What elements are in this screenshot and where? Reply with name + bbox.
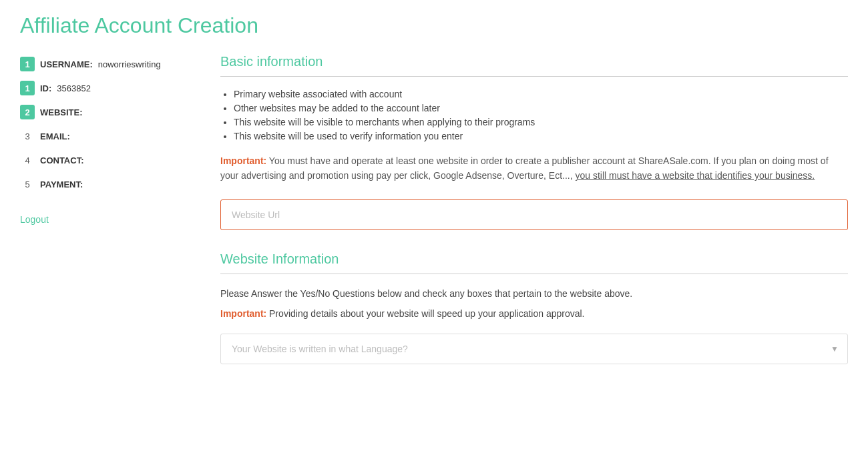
website-info-section: Website Information Please Answer the Ye… (220, 252, 848, 364)
basic-info-divider (220, 76, 848, 77)
info-text-plain: Please Answer the Yes/No Questions below… (220, 288, 632, 299)
sidebar-label-contact: CONTACT: (40, 155, 83, 165)
website-info-divider (220, 274, 848, 274)
sidebar-label-username: USERNAME: (40, 59, 93, 69)
sidebar-label-website: WEBSITE: (40, 107, 83, 117)
sidebar-item-contact: 4 CONTACT: (20, 153, 194, 167)
bullet-list: Primary website associated with account … (220, 89, 848, 141)
sidebar-value-username: noworrieswriting (98, 59, 161, 69)
language-select-wrapper: Your Website is written in what Language… (220, 334, 848, 364)
sidebar-label-payment: PAYMENT: (40, 179, 83, 189)
logout-link[interactable]: Logout (20, 214, 49, 225)
step-badge-2: 2 (20, 105, 35, 119)
bullet-item-3: This website will be used to verify info… (234, 131, 848, 141)
step-number-3: 3 (20, 129, 35, 143)
step-number-4: 4 (20, 153, 35, 167)
sidebar: 1 USERNAME: noworrieswriting 1 ID: 35638… (20, 54, 194, 364)
bullet-item-2: This website will be visible to merchant… (234, 117, 848, 127)
sidebar-item-payment: 5 PAYMENT: (20, 177, 194, 191)
important-block: Important: You must have and operate at … (220, 153, 848, 183)
sidebar-item-website: 2 WEBSITE: (20, 105, 194, 119)
sidebar-value-id: 3563852 (57, 83, 91, 93)
sidebar-item-id: 1 ID: 3563852 (20, 81, 194, 95)
language-select[interactable]: Your Website is written in what Language… (220, 334, 848, 364)
step-number-5: 5 (20, 177, 35, 191)
main-layout: 1 USERNAME: noworrieswriting 1 ID: 35638… (20, 54, 848, 364)
bullet-item-1: Other websites may be added to the accou… (234, 103, 848, 113)
basic-info-title: Basic information (220, 54, 848, 69)
main-content: Basic information Primary website associ… (220, 54, 848, 364)
website-info-title: Website Information (220, 252, 848, 267)
important-label: Important: (220, 155, 266, 166)
underline-text: you still must have a website that ident… (576, 170, 815, 181)
info-text-2: Important: Providing details about your … (220, 306, 848, 321)
info-important-label: Important: (220, 308, 266, 319)
step-badge-1b: 1 (20, 81, 35, 95)
sidebar-label-email: EMAIL: (40, 131, 70, 141)
sidebar-item-email: 3 EMAIL: (20, 129, 194, 143)
info-text-1: Please Answer the Yes/No Questions below… (220, 286, 848, 301)
info-text-after-important: Providing details about your website wil… (266, 308, 584, 319)
basic-info-section: Basic information Primary website associ… (220, 54, 848, 252)
sidebar-item-username: 1 USERNAME: noworrieswriting (20, 57, 194, 71)
bullet-item-0: Primary website associated with account (234, 89, 848, 99)
website-url-input[interactable] (220, 199, 848, 230)
sidebar-label-id: ID: (40, 83, 51, 93)
page-wrapper: Affiliate Account Creation 1 USERNAME: n… (0, 0, 868, 378)
step-badge-1a: 1 (20, 57, 35, 71)
page-title: Affiliate Account Creation (20, 13, 848, 38)
